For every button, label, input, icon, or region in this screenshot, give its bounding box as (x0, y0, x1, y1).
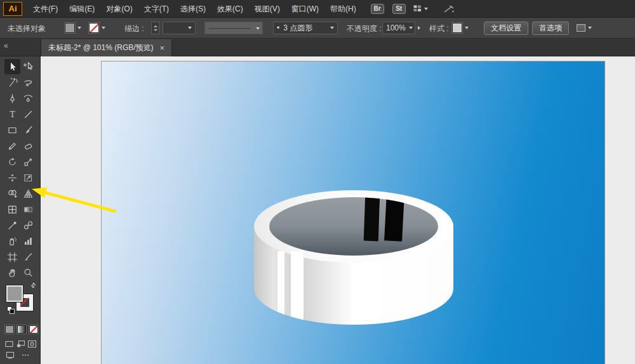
bridge-button[interactable]: Br (371, 4, 384, 14)
swap-fill-stroke-icon[interactable]: ⇄ (29, 281, 37, 290)
line-segment-tool[interactable] (20, 107, 36, 122)
lasso-tool[interactable] (20, 75, 36, 90)
fill-color-swatch[interactable] (6, 285, 23, 302)
slice-tool[interactable] (20, 249, 36, 264)
eyedropper-tool[interactable] (4, 218, 20, 233)
blend-tool[interactable] (20, 218, 36, 233)
stroke-profile-preview (204, 22, 263, 34)
magic-wand-tool[interactable] (4, 75, 20, 90)
draw-normal-icon[interactable] (4, 340, 14, 348)
perspective-grid-tool[interactable] (20, 186, 36, 201)
stock-button[interactable]: St (392, 4, 406, 14)
canvas-pasteboard[interactable] (41, 56, 635, 364)
curvature-tool[interactable] (20, 91, 36, 106)
free-transform-tool[interactable] (20, 170, 36, 185)
column-graph-tool[interactable] (20, 233, 36, 249)
menu-window[interactable]: 窗口(W) (286, 0, 324, 18)
stroke-weight-dropdown[interactable] (163, 22, 196, 34)
draw-inside-icon[interactable] (27, 340, 37, 348)
blend-icon (23, 220, 34, 231)
menu-help[interactable]: 帮助(H) (324, 0, 362, 18)
grid-icon (413, 5, 422, 12)
chevron-down-icon (465, 27, 469, 29)
close-tab-icon[interactable]: × (160, 44, 165, 52)
color-button[interactable] (5, 325, 14, 334)
type-icon: T (7, 109, 18, 120)
blob-brush-tool[interactable] (20, 138, 36, 153)
preferences-button[interactable]: 首选项 (532, 22, 569, 34)
artboard[interactable] (102, 62, 605, 364)
draw-behind-icon[interactable] (16, 340, 25, 348)
symbol-sprayer-tool[interactable] (4, 233, 20, 249)
rectangle-tool[interactable] (4, 122, 20, 138)
width-tool[interactable] (4, 170, 20, 185)
menu-edit[interactable]: 编辑(E) (64, 0, 100, 18)
hand-icon (7, 268, 18, 278)
menu-select[interactable]: 选择(S) (175, 0, 211, 18)
menu-utility-button[interactable] (443, 4, 455, 13)
menu-view[interactable]: 视图(V) (249, 0, 286, 18)
svg-text:T: T (10, 110, 15, 119)
type-tool[interactable]: T (4, 107, 20, 122)
stroke-color-dropdown[interactable] (89, 22, 105, 34)
stepper-arrows[interactable] (151, 22, 159, 34)
opacity-value: 100% (386, 23, 406, 32)
menu-bar: Ai 文件(F) 编辑(E) 对象(O) 文字(T) 选择(S) 效果(C) 视… (0, 0, 635, 18)
stroke-none-swatch (89, 23, 99, 33)
collapse-panel-icon[interactable]: « (4, 41, 8, 50)
pencil-tool[interactable] (4, 138, 20, 153)
step-down-icon (154, 29, 157, 31)
shape-builder-tool[interactable] (4, 186, 20, 201)
scale-icon (23, 157, 34, 167)
stroke-weight-stepper[interactable] (151, 22, 159, 34)
chevron-down-icon (409, 27, 413, 29)
ring-artwork[interactable] (102, 62, 605, 364)
perspective-grid-icon (23, 188, 34, 199)
mesh-icon (7, 204, 18, 215)
width-icon (7, 172, 18, 183)
hand-tool[interactable] (4, 265, 20, 280)
arrange-documents-dropdown[interactable] (577, 22, 592, 34)
fill-stroke-widget: ⇄ (6, 282, 36, 314)
width-profile-dropdown[interactable] (204, 22, 263, 34)
menu-object[interactable]: 对象(O) (100, 0, 138, 18)
pen-tool[interactable] (4, 91, 20, 106)
mesh-tool[interactable] (4, 202, 20, 217)
chevron-down-icon (188, 27, 192, 29)
menu-file[interactable]: 文件(F) (27, 0, 64, 18)
menu-effect[interactable]: 效果(C) (211, 0, 249, 18)
paintbrush-icon (23, 125, 34, 136)
scale-tool[interactable] (20, 154, 36, 169)
column-graph-icon (23, 236, 34, 247)
stroke-weight-value[interactable] (163, 22, 196, 34)
magic-wand-icon (7, 77, 18, 88)
document-tab[interactable]: 未标题-2* @ 101% (RGB/预览) × (41, 39, 172, 56)
slice-icon (23, 252, 34, 263)
artboard-icon (7, 252, 18, 263)
chevron-down-icon (102, 27, 105, 29)
change-screen-mode-icon[interactable] (6, 351, 15, 359)
more-options-icon[interactable] (21, 351, 30, 359)
line-segment-icon (23, 109, 34, 120)
panel-arrow-icon[interactable] (418, 26, 420, 30)
tools-panel: T ⇄ (0, 56, 41, 364)
arrange-documents-button[interactable] (413, 5, 428, 12)
document-tab-title: 未标题-2* @ 101% (RGB/预览) (48, 42, 154, 53)
menu-type[interactable]: 文字(T) (138, 0, 175, 18)
rotate-tool[interactable] (4, 154, 20, 169)
none-button[interactable] (29, 325, 38, 334)
direct-selection-icon (23, 62, 34, 72)
direct-selection-tool[interactable] (20, 59, 36, 74)
fill-color-dropdown[interactable] (65, 22, 81, 34)
selection-tool[interactable] (4, 59, 20, 74)
gradient-tool[interactable] (20, 202, 36, 217)
zoom-tool[interactable] (20, 265, 36, 280)
brush-definition-dropdown[interactable]: • 3 点圆形 (273, 22, 338, 34)
style-dropdown[interactable] (452, 22, 469, 34)
artboard-tool[interactable] (4, 249, 20, 264)
opacity-dropdown[interactable]: 100% (382, 22, 420, 34)
document-setup-button[interactable]: 文档设置 (484, 22, 528, 34)
default-colors-icon[interactable] (10, 309, 15, 314)
paintbrush-tool[interactable] (20, 122, 36, 138)
gradient-button[interactable] (17, 325, 26, 334)
